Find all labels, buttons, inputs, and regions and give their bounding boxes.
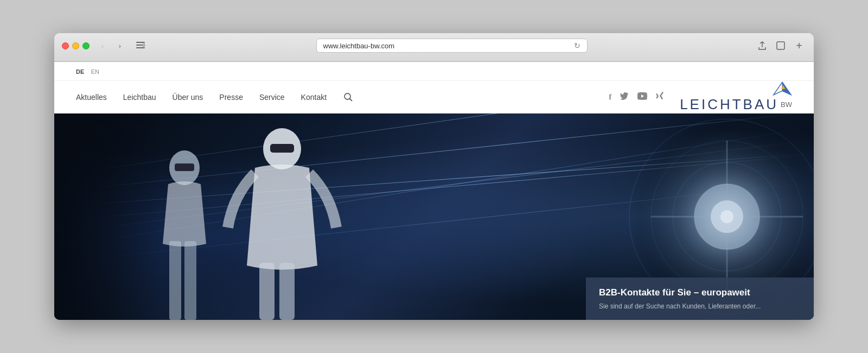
- share-button[interactable]: [755, 40, 769, 51]
- language-bar: DE EN: [54, 62, 814, 81]
- website-content: DE EN Aktuelles Leichtbau Über uns Press…: [54, 62, 814, 320]
- maximize-button[interactable]: [82, 42, 90, 49]
- nav-leichtbau[interactable]: Leichtbau: [123, 93, 156, 102]
- svg-rect-0: [136, 42, 145, 43]
- browser-actions: +: [755, 40, 806, 51]
- close-button[interactable]: [62, 42, 69, 49]
- svg-rect-3: [143, 44, 145, 46]
- social-icons: f: [609, 92, 663, 102]
- svg-line-6: [350, 98, 353, 101]
- sidebar-toggle-button[interactable]: [133, 40, 148, 51]
- nav-kontakt[interactable]: Kontakt: [301, 93, 327, 102]
- svg-rect-2: [136, 47, 145, 48]
- hero-section: B2B-Kontakte für Sie – europaweit Sie si…: [54, 114, 814, 320]
- back-button[interactable]: ‹: [95, 40, 110, 51]
- nav-aktuelles[interactable]: Aktuelles: [76, 93, 107, 102]
- address-bar-container: www.leichtbau-bw.com ↻: [154, 39, 750, 53]
- url-text: www.leichtbau-bw.com: [323, 42, 395, 50]
- twitter-icon[interactable]: [620, 92, 629, 102]
- logo-bw: BW: [781, 100, 792, 109]
- traffic-lights: [62, 42, 90, 49]
- hero-title: B2B-Kontakte für Sie – europaweit: [599, 287, 801, 298]
- browser-window: ‹ › www.leichtbau-bw.com ↻: [54, 33, 814, 320]
- reload-icon[interactable]: ↻: [574, 41, 580, 50]
- new-tab-plus-button[interactable]: +: [792, 40, 806, 51]
- hero-persons: [54, 114, 548, 320]
- minimize-button[interactable]: [72, 42, 79, 49]
- svg-point-16: [720, 210, 733, 223]
- person-2-silhouette: [212, 114, 347, 320]
- facebook-icon[interactable]: f: [609, 92, 611, 102]
- youtube-icon[interactable]: [637, 92, 647, 102]
- add-tab-button[interactable]: [774, 40, 788, 51]
- hero-subtitle: Sie sind auf der Suche nach Kunden, Lief…: [599, 301, 801, 311]
- nav-ueber-uns[interactable]: Über uns: [173, 93, 203, 102]
- svg-rect-1: [136, 45, 142, 46]
- logo-text: LEICHTBAU BW: [680, 96, 792, 113]
- xing-icon[interactable]: [656, 92, 663, 102]
- svg-point-5: [344, 93, 350, 99]
- svg-rect-4: [777, 42, 784, 49]
- forward-button[interactable]: ›: [112, 40, 127, 51]
- lang-en[interactable]: EN: [91, 68, 99, 75]
- nav-presse[interactable]: Presse: [219, 93, 243, 102]
- browser-chrome: ‹ › www.leichtbau-bw.com ↻: [54, 33, 814, 62]
- svg-rect-24: [184, 241, 196, 320]
- main-navigation: Aktuelles Leichtbau Über uns Presse Serv…: [54, 81, 814, 114]
- svg-rect-27: [259, 263, 275, 320]
- logo-word: LEICHTBAU: [680, 96, 778, 113]
- logo-arrow-icon: [773, 81, 792, 96]
- svg-marker-9: [774, 82, 782, 94]
- svg-rect-26: [270, 144, 294, 153]
- lang-de[interactable]: DE: [76, 68, 84, 75]
- logo[interactable]: LEICHTBAU BW: [680, 81, 792, 113]
- search-icon[interactable]: [343, 92, 354, 103]
- hero-info-bar: B2B-Kontakte für Sie – europaweit Sie si…: [586, 278, 814, 320]
- svg-rect-22: [175, 163, 194, 171]
- svg-rect-23: [169, 241, 181, 320]
- nav-links: Aktuelles Leichtbau Über uns Presse Serv…: [76, 92, 592, 103]
- address-bar[interactable]: www.leichtbau-bw.com ↻: [316, 39, 588, 53]
- nav-service[interactable]: Service: [259, 93, 285, 102]
- svg-rect-28: [279, 263, 295, 320]
